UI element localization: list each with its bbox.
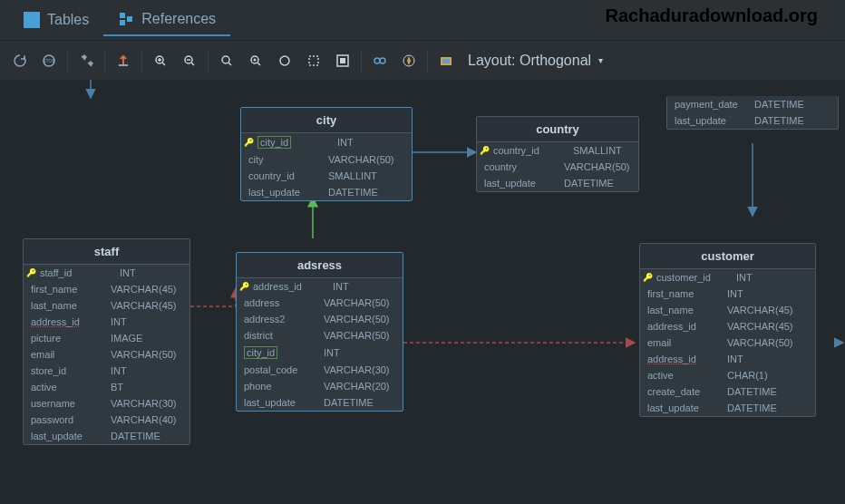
entity-payment-fragment[interactable]: payment_dateDATETIME last_updateDATETIME	[666, 96, 839, 130]
col-type: INT	[333, 281, 349, 292]
toolbar-separator	[141, 50, 142, 72]
col-type: VARCHAR(30)	[111, 398, 177, 409]
tab-tables-label: Tables	[47, 12, 89, 28]
zoom-100-button[interactable]	[243, 48, 268, 73]
diagram-canvas[interactable]: city city_idINT cityVARCHAR(50) country_…	[0, 80, 845, 504]
col-type: INT	[111, 316, 127, 327]
col-name: store_id	[31, 365, 103, 376]
fit-screen-button[interactable]	[330, 48, 355, 73]
tab-tables[interactable]: Tables	[9, 5, 103, 35]
zoom-selection-button[interactable]	[272, 48, 297, 73]
col-type: VARCHAR(50)	[727, 337, 793, 348]
svg-text:STOP: STOP	[43, 58, 55, 63]
col-name: address	[244, 297, 316, 308]
col-name: staff_id	[40, 267, 112, 278]
col-type: DATETIME	[727, 402, 777, 413]
tab-references[interactable]: References	[103, 4, 230, 36]
col-name: address_id	[647, 354, 720, 364]
col-name: customer_id	[656, 272, 729, 283]
tables-icon	[24, 12, 40, 28]
entity-staff-title: staff	[24, 239, 189, 265]
entity-city[interactable]: city city_idINT cityVARCHAR(50) country_…	[240, 107, 413, 201]
col-type: VARCHAR(30)	[324, 364, 390, 375]
svg-point-12	[380, 58, 385, 63]
col-type: VARCHAR(50)	[324, 330, 390, 341]
toolbar-separator	[427, 50, 428, 72]
toolbar: STOP Layout: Orthogonal	[0, 40, 845, 80]
col-name: last_update	[31, 431, 103, 441]
watermark-text: Rachaduradownload.org	[606, 5, 818, 26]
snapshot-button[interactable]	[433, 48, 459, 73]
col-name: address_id	[253, 281, 325, 292]
tab-references-label: References	[141, 11, 216, 27]
col-type: SMALLINT	[328, 170, 377, 181]
col-name: email	[31, 349, 103, 360]
col-name: postal_code	[244, 364, 316, 375]
col-name: username	[31, 398, 103, 409]
zoom-in-button[interactable]	[148, 48, 173, 73]
col-type: VARCHAR(45)	[727, 321, 793, 332]
col-name: district	[244, 330, 316, 341]
col-name: last_name	[31, 300, 103, 311]
toolbar-separator	[104, 50, 105, 72]
entity-customer[interactable]: customer customer_idINT first_nameINT la…	[639, 243, 816, 417]
zoom-fit-button[interactable]	[214, 48, 239, 73]
col-name: first_name	[31, 284, 103, 295]
col-name: city	[248, 154, 321, 165]
col-name: last_update	[248, 187, 321, 198]
col-type: INT	[727, 354, 743, 364]
col-type: VARCHAR(50)	[111, 349, 177, 360]
col-name: country	[484, 161, 557, 172]
col-name: password	[31, 414, 103, 425]
col-type: VARCHAR(40)	[111, 414, 177, 425]
select-area-button[interactable]	[301, 48, 326, 73]
tools-button[interactable]	[73, 48, 99, 73]
col-name: email	[647, 337, 720, 348]
toolbar-separator	[361, 50, 362, 72]
col-name: active	[31, 382, 103, 393]
col-type: DATETIME	[111, 431, 160, 441]
references-icon	[118, 11, 134, 27]
col-type: INT	[337, 137, 354, 148]
col-type: IMAGE	[111, 333, 142, 344]
col-name: picture	[31, 333, 103, 344]
col-type: INT	[736, 272, 753, 283]
col-name: first_name	[647, 288, 720, 299]
export-button[interactable]	[111, 48, 136, 73]
col-name: address_id	[31, 316, 103, 327]
col-name: address2	[244, 314, 316, 325]
col-name: last_update	[484, 178, 557, 189]
entity-adsress-title: adsress	[237, 253, 403, 278]
compass-button[interactable]	[396, 48, 422, 73]
col-name: last_update	[675, 115, 747, 126]
col-name: last_update	[244, 397, 316, 408]
stop-button[interactable]: STOP	[36, 48, 62, 73]
entity-adsress[interactable]: adsress address_idINT addressVARCHAR(50)…	[236, 252, 403, 412]
entity-country-title: country	[477, 117, 638, 142]
svg-point-6	[254, 58, 257, 61]
svg-point-4	[222, 56, 229, 63]
col-name: last_update	[647, 402, 720, 413]
svg-rect-10	[340, 58, 345, 63]
refresh-button[interactable]	[7, 48, 33, 73]
entity-country[interactable]: country country_idSMALLINT countryVARCHA…	[476, 116, 639, 192]
col-type: INT	[111, 365, 127, 376]
link-view-button[interactable]	[367, 48, 393, 73]
col-type: DATETIME	[754, 115, 804, 126]
col-name: city_id	[257, 136, 291, 149]
col-type: DATETIME	[564, 178, 614, 189]
col-name: address_id	[647, 321, 720, 332]
col-type: VARCHAR(45)	[111, 284, 177, 295]
col-type: VARCHAR(20)	[324, 381, 390, 392]
toolbar-separator	[208, 50, 209, 72]
col-type: DATETIME	[754, 99, 804, 110]
layout-dropdown[interactable]: Layout: Orthogonal	[468, 53, 603, 69]
col-type: DATETIME	[324, 397, 374, 408]
col-name: active	[647, 370, 720, 381]
svg-point-11	[374, 58, 380, 63]
zoom-out-button[interactable]	[177, 48, 202, 73]
col-type: CHAR(1)	[727, 370, 768, 381]
col-type: VARCHAR(45)	[727, 305, 793, 315]
entity-staff[interactable]: staff staff_idINT first_nameVARCHAR(45) …	[23, 238, 190, 445]
col-name: country_id	[493, 145, 566, 156]
